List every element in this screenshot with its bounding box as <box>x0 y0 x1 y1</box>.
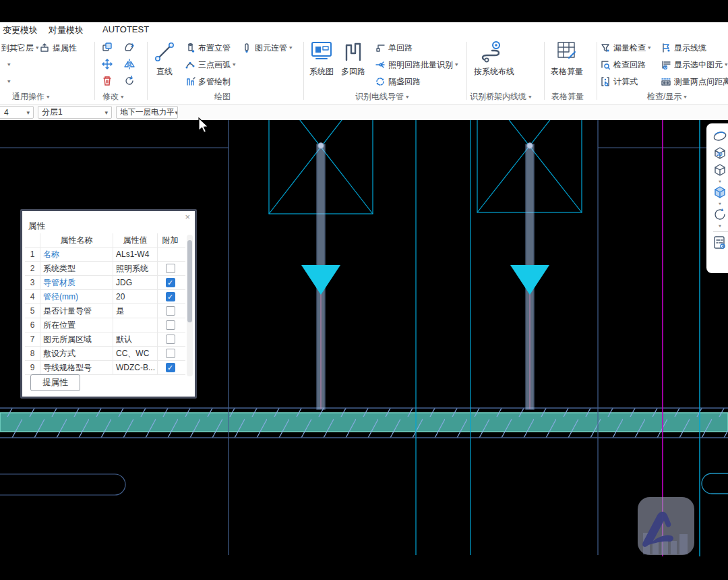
multi-loop-icon <box>340 40 367 64</box>
table-row[interactable]: 1名称 ALs1-W4 <box>25 248 185 262</box>
orbit-view-button[interactable] <box>709 128 728 144</box>
rotate-button[interactable] <box>123 74 138 88</box>
panel-scrollbar[interactable] <box>187 235 193 376</box>
table-row[interactable]: 5是否计量导管 是 <box>25 304 185 318</box>
chevron-down-icon: ▾ <box>233 62 236 67</box>
col-header-extra: 附加 <box>157 233 183 247</box>
system-diagram-icon <box>307 40 336 64</box>
rotate-view-button[interactable] <box>709 206 728 223</box>
standpipe-icon <box>185 42 195 53</box>
group-label-check-display[interactable]: 检查/显示▾ <box>647 91 687 103</box>
chevron-down-icon: ▾ <box>36 45 39 51</box>
table-row[interactable]: 2系统类型 照明系统 <box>25 262 185 276</box>
multi-pipe-draw-button[interactable]: 多管绘制 <box>185 75 231 88</box>
move-button[interactable] <box>101 57 116 71</box>
checkbox[interactable] <box>166 320 175 330</box>
show-selected-button[interactable]: 显示选中图元▾ <box>661 58 728 71</box>
display-settings-button[interactable] <box>709 235 728 251</box>
table-row[interactable]: 9导线规格型号 WDZC-B...✓ <box>25 361 185 375</box>
app-window: 变更模块 对量模块 AUTOTEST 到其它层▾ 提属性 ▾ ▾ 通用操作▾ <box>0 0 728 580</box>
checkbox[interactable] <box>166 306 175 316</box>
checkbox[interactable]: ✓ <box>166 278 175 287</box>
checkbox[interactable] <box>166 264 175 273</box>
group-label-identify-conduit[interactable]: 识别电线导管▾ <box>355 91 409 103</box>
checkbox[interactable]: ✓ <box>166 292 175 301</box>
three-point-arc-button[interactable]: 三点画弧▾ <box>185 58 236 71</box>
divider <box>147 42 148 100</box>
group-label-common[interactable]: 通用操作▾ <box>12 91 50 103</box>
menu-bar: 变更模块 对量模块 AUTOTEST <box>0 22 728 38</box>
show-cable-button[interactable]: 显示线缆 <box>661 41 706 55</box>
chevron-down-icon: ▾ <box>23 109 30 116</box>
scrollbar-thumb[interactable] <box>187 240 192 322</box>
divider <box>544 42 545 100</box>
isolated-loop-button[interactable]: 隔盏回路 <box>375 75 421 88</box>
device-triangle-2[interactable] <box>510 265 549 295</box>
layer-dropdown[interactable]: 分层1▾ <box>38 106 112 119</box>
cable-flag-icon <box>661 42 671 53</box>
delete-button[interactable] <box>101 74 116 88</box>
device-triangle-1[interactable] <box>301 265 340 295</box>
mirror-button[interactable] <box>123 57 138 71</box>
element-connect-pipe-button[interactable]: 图元连管▾ <box>241 41 293 55</box>
chevron-down-icon: ▾ <box>101 109 108 116</box>
copy-button[interactable] <box>101 40 116 54</box>
menu-autotest[interactable]: AUTOTEST <box>102 24 149 34</box>
route-pin-icon <box>472 40 516 64</box>
divider <box>597 42 597 100</box>
divider <box>94 42 95 100</box>
solid-cube-button[interactable] <box>709 184 728 200</box>
panel-title: 属性 <box>28 221 45 232</box>
formula-icon <box>600 76 611 87</box>
chevron-down-icon: ▾ <box>7 79 11 84</box>
pick-properties-icon <box>39 42 50 53</box>
close-icon[interactable]: × <box>185 212 190 222</box>
measure-distance-button[interactable]: 测量两点间距离 <box>661 75 728 88</box>
3d-view-button[interactable]: 3D <box>709 145 728 161</box>
table-row[interactable]: 7图元所属区域 默认 <box>25 332 185 347</box>
menu-change-module[interactable]: 变更模块 <box>3 24 38 36</box>
table-calc-button[interactable]: 表格算量 <box>551 40 583 78</box>
table-row[interactable]: 6所在位置 <box>25 318 185 332</box>
single-loop-button[interactable]: 单回路 <box>375 41 413 55</box>
checkbox[interactable]: ✓ <box>166 363 175 372</box>
pick-properties-panel-button[interactable]: 提属性 <box>30 374 80 391</box>
place-standpipe-button[interactable]: 布置立管 <box>185 41 231 55</box>
chevron-down-icon[interactable]: ▾ <box>709 224 728 228</box>
multi-loop-button[interactable]: 多回路 <box>340 40 367 78</box>
table-row[interactable]: 8敷设方式 CC、WC <box>25 347 185 361</box>
to-other-floor-button[interactable]: 到其它层▾ <box>1 41 39 55</box>
view-selector-bar: 4▾ 分层1▾ 地下一层电力平▾ <box>0 105 728 120</box>
divider <box>303 42 304 100</box>
route-by-system-button[interactable]: 按系统布线 <box>472 40 516 78</box>
checkbox[interactable] <box>166 335 175 344</box>
menu-quantity-module[interactable]: 对量模块 <box>49 24 84 36</box>
checkbox[interactable] <box>166 349 175 358</box>
table-row[interactable]: 3导管材质 JDG✓ <box>25 276 185 290</box>
line-tool-button[interactable]: 直线 <box>152 41 177 78</box>
lighting-batch-identify-button[interactable]: 照明回路批量识别▾ <box>375 58 458 71</box>
collapsed-dropdown-1[interactable]: ▾ <box>5 58 11 71</box>
table-pencil-icon <box>551 40 583 64</box>
formula-button[interactable]: 计算式 <box>600 75 638 88</box>
pick-properties-button[interactable]: 提属性 <box>39 41 77 55</box>
stretch-button[interactable] <box>123 40 138 54</box>
move-icon <box>101 58 113 70</box>
system-diagram-button[interactable]: 系统图 <box>307 40 336 78</box>
group-label-modify[interactable]: 修改▾ <box>102 91 124 103</box>
group-label-table-calc: 表格算量 <box>551 91 584 103</box>
collapsed-dropdown-2[interactable]: ▾ <box>5 75 11 88</box>
properties-table: 属性名称 属性值 附加 1名称 ALs1-W4 2系统类型 照明系统 3导管材质… <box>25 233 185 375</box>
slab-band <box>0 408 728 438</box>
copy-icon <box>101 41 113 53</box>
group-label-tray-cable[interactable]: 识别桥架内线缆▾ <box>470 91 532 103</box>
scale-dropdown[interactable]: 4▾ <box>0 106 34 119</box>
wireframe-cube-button[interactable] <box>709 162 728 178</box>
check-loop-button[interactable]: 检查回路 <box>600 58 646 71</box>
chevron-down-icon: ▾ <box>648 45 651 51</box>
chevron-down-icon[interactable]: ▾ <box>709 202 728 206</box>
drawing-dropdown[interactable]: 地下一层电力平▾ <box>116 106 178 119</box>
table-row[interactable]: 4管径(mm) 20✓ <box>25 290 185 304</box>
chevron-down-icon[interactable]: ▾ <box>709 179 728 183</box>
leak-check-button[interactable]: 漏量检查▾ <box>600 41 651 55</box>
